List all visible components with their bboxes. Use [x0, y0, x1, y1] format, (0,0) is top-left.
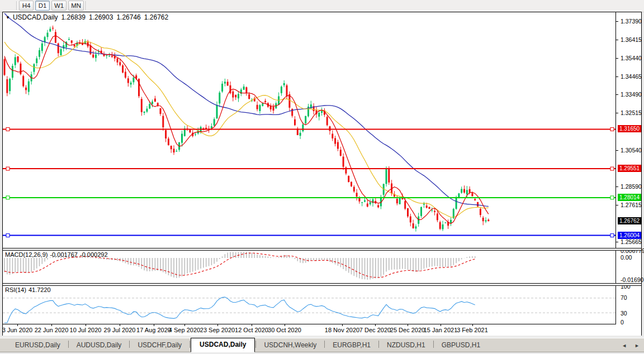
- chart-tab[interactable]: AUDUSD,Daily: [69, 339, 129, 352]
- axis-tick-mark: [616, 21, 618, 22]
- date-axis-label: 12 Oct 2020: [235, 327, 268, 333]
- axis-tick-mark: [616, 242, 618, 242]
- rsi-axis-tick: 70: [621, 294, 627, 301]
- axis-tick-mark: [616, 40, 618, 40]
- price-axis-tick: 1.33490: [621, 91, 642, 98]
- rsi-value: 41.7220: [29, 286, 51, 293]
- quote-close: 1.26762: [144, 13, 168, 21]
- main-chart-panel[interactable]: ▼USDCAD,Daily1.268391.269031.267461.2676…: [3, 12, 615, 248]
- current-price-label: 1.26762: [618, 217, 641, 224]
- tab-separator: [190, 341, 190, 348]
- chart-tab[interactable]: USDCHF,Daily: [130, 339, 189, 352]
- chart-tab[interactable]: NZDUSD,H1: [380, 339, 433, 352]
- level-price-label: 1.28014: [618, 194, 641, 201]
- date-axis-label: 7 Dec 2020: [359, 327, 391, 333]
- price-axis[interactable]: 1.373901.364151.354401.344651.334901.325…: [615, 12, 641, 324]
- price-axis-tick: 1.25665: [621, 238, 642, 245]
- mt4-terminal: { "toolbar": { "timeframes": [ {"label":…: [0, 0, 644, 354]
- date-axis-label: 3 Jun 2020: [2, 327, 32, 333]
- level-price-label: 1.29551: [618, 165, 641, 172]
- macd-panel[interactable]: MACD(12,26,9)-0.001767-0.000292: [3, 251, 615, 283]
- tab-separator: [433, 341, 434, 348]
- price-chart-canvas[interactable]: [3, 12, 615, 248]
- chart-title: ▼USDCAD,Daily1.268391.269031.267461.2676…: [6, 13, 168, 21]
- tab-separator: [129, 341, 130, 348]
- date-axis-label: 25 Dec 2020: [390, 327, 425, 333]
- axis-tick-mark: [616, 205, 618, 205]
- timeframe-button-h4[interactable]: H4: [19, 1, 34, 11]
- timeframe-button-mn[interactable]: MN: [68, 1, 84, 11]
- date-axis-label: 15 Jan 2021: [424, 327, 458, 333]
- tab-separator: [68, 341, 69, 348]
- chart-tab[interactable]: GBPUSD,H1: [434, 339, 487, 352]
- date-axis-label: 29 Jul 2020: [104, 327, 136, 333]
- price-axis-tick: 1.36415: [621, 36, 642, 43]
- date-tick-mark: [252, 324, 252, 326]
- chart-tab[interactable]: USDCNH,Weekly: [257, 339, 324, 352]
- tab-separator: [324, 341, 325, 348]
- date-tick-mark: [285, 324, 285, 326]
- tab-separator: [255, 341, 256, 348]
- axis-tick-mark: [616, 113, 618, 113]
- date-tick-mark: [51, 324, 52, 326]
- price-axis-tick: 1.35440: [621, 55, 642, 61]
- date-axis-label: 18 Nov 2020: [325, 327, 359, 333]
- quote-low: 1.26746: [116, 13, 140, 21]
- scroll-tabs-left-icon[interactable]: ◄: [622, 343, 627, 348]
- macd-label: MACD(12,26,9)-0.001767-0.000292: [5, 251, 110, 258]
- axis-tick-mark: [616, 76, 618, 77]
- chevron-down-icon[interactable]: ▼: [6, 15, 10, 20]
- macd-axis-tick: 0.00: [621, 254, 632, 261]
- axis-tick-mark: [616, 58, 618, 59]
- chart-tab[interactable]: EURGBP,H1: [325, 339, 378, 352]
- tab-separator: [378, 341, 379, 348]
- date-tick-mark: [217, 324, 218, 326]
- chart-tab-bar: EURUSD,DailyAUDUSD,DailyUSDCHF,DailyUSDC…: [0, 338, 644, 352]
- rsi-axis-tick: 0: [621, 319, 624, 326]
- toolbar-separator: [86, 1, 87, 10]
- date-tick-mark: [86, 324, 86, 326]
- date-axis[interactable]: 3 Jun 202022 Jun 202010 Jul 202029 Jul 2…: [3, 324, 641, 336]
- axis-tick-mark: [616, 150, 618, 151]
- date-axis-label: 30 Oct 2020: [268, 327, 301, 333]
- chart-tab-active[interactable]: USDCAD,Daily: [191, 338, 255, 352]
- date-axis-label: 22 Jun 2020: [35, 327, 69, 333]
- timeframe-toolbar: H4 D1 W1 MN: [0, 0, 644, 12]
- timeframe-group: H4 D1 W1 MN: [19, 1, 84, 11]
- level-price-label: 1.31650: [618, 125, 641, 132]
- date-tick-mark: [120, 324, 120, 326]
- quote-high: 1.26903: [89, 13, 113, 21]
- date-tick-mark: [408, 324, 408, 326]
- date-tick-mark: [184, 324, 185, 326]
- macd-signal-value: -0.000292: [80, 251, 108, 258]
- axis-tick-mark: [616, 94, 618, 95]
- timeframe-button-w1[interactable]: W1: [51, 1, 67, 11]
- axis-tick-mark: [616, 186, 618, 187]
- date-tick-mark: [17, 324, 18, 326]
- rsi-name: RSI(14): [5, 286, 26, 293]
- price-axis-tick: 1.27615: [621, 202, 642, 208]
- price-axis-tick: 1.30540: [621, 147, 642, 154]
- macd-name: MACD(12,26,9): [5, 251, 48, 258]
- price-axis-tick: 1.37390: [621, 18, 642, 25]
- scroll-tabs-right-icon[interactable]: ►: [634, 343, 640, 348]
- level-price-label: 1.26004: [618, 232, 641, 239]
- chart-symbol-period: USDCAD,Daily: [13, 13, 58, 21]
- panel-splitter[interactable]: [3, 283, 641, 286]
- date-tick-mark: [472, 324, 473, 326]
- timeframe-button-d1[interactable]: D1: [35, 1, 50, 11]
- tab-scroll-nav: ◄ ►: [622, 343, 640, 348]
- price-axis-tick: 1.28590: [621, 183, 642, 190]
- date-tick-mark: [375, 324, 376, 326]
- panel-splitter[interactable]: [3, 248, 641, 251]
- rsi-canvas[interactable]: [3, 286, 615, 324]
- macd-axis-tick: -0.016907: [621, 276, 644, 283]
- rsi-axis-tick: 30: [621, 310, 627, 317]
- date-axis-label: 3 Feb 2021: [457, 327, 488, 333]
- price-axis-tick: 1.32515: [621, 109, 642, 116]
- date-tick-mark: [154, 324, 154, 326]
- chart-tab[interactable]: EURUSD,Daily: [8, 339, 68, 352]
- date-tick-mark: [342, 324, 343, 326]
- rsi-panel[interactable]: RSI(14)41.7220: [3, 286, 615, 324]
- price-axis-tick: 1.34465: [621, 73, 642, 80]
